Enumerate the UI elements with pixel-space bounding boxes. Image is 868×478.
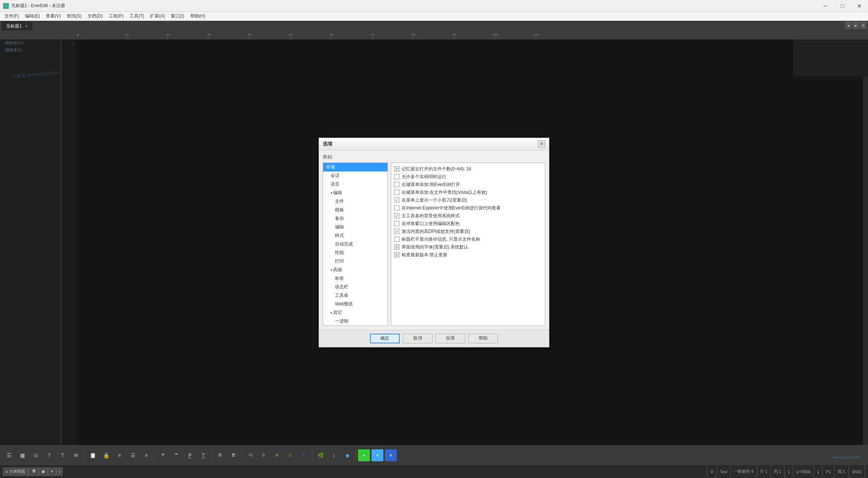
option-context-open[interactable]: 右键菜单添加:用EverEdit打开 — [394, 181, 542, 189]
ruler: ▼ 10 20 30 40 50 60 70 80 90 100 110 — [0, 31, 868, 39]
toolbar-blue-btn[interactable]: ◆ — [341, 449, 353, 461]
tab-untitled1[interactable]: 无标题1 ✕ — [1, 22, 33, 31]
zoom-button[interactable]: 🔎 — [28, 468, 39, 476]
checkbox-context-search[interactable] — [394, 190, 399, 195]
toolbar-e-btn[interactable]: E — [284, 449, 296, 461]
menu-file[interactable]: 文件(F) — [1, 12, 22, 20]
cat-item-edit-group[interactable]: ▾编辑 — [323, 189, 387, 197]
cat-item-language[interactable]: 语言 — [323, 180, 387, 189]
checkbox-no-path[interactable] — [394, 237, 399, 242]
toolbar-lock-btn[interactable]: 🔒 — [100, 449, 112, 461]
toolbar-tline-btn[interactable]: T̲ — [197, 449, 209, 461]
tab-scroll-left[interactable]: ◂ — [845, 22, 852, 29]
cat-item-tags[interactable]: 标签 — [323, 274, 387, 283]
cat-item-advanced-group[interactable]: ▾高级 — [323, 266, 387, 274]
toolbar-align-left-btn[interactable]: ≡ — [114, 449, 125, 461]
toolbar-chat-btn[interactable]: ✉ — [70, 449, 82, 461]
status-ansi: ANSI — [852, 469, 862, 474]
option-label-hidpi: 激活内置的高DPI缩放支持(需重启) — [402, 228, 470, 235]
cat-item-editing[interactable]: 编辑 — [323, 223, 387, 231]
dialog-ok-button[interactable]: 确定 — [370, 334, 400, 343]
toolbar-quote-close-btn[interactable]: ❞ — [170, 449, 182, 461]
option-no-path[interactable]: 标题栏不显示路径信息, 只显示文件名称 — [394, 235, 542, 243]
tab-close-icon[interactable]: ✕ — [25, 24, 28, 28]
tab-menu[interactable]: ✕ — [860, 22, 867, 29]
cat-item-file[interactable]: 文件 — [323, 197, 387, 206]
maximize-button[interactable]: □ — [834, 0, 851, 12]
toolbar-align-right-btn[interactable]: ≡ — [140, 449, 152, 461]
checkbox-scissors[interactable] — [394, 198, 399, 203]
dialog-cancel-button[interactable]: 取消 — [403, 334, 433, 343]
toolbar-a-btn[interactable]: A — [271, 449, 283, 461]
toolbar-circle-btn[interactable]: ⊙ — [30, 449, 42, 461]
checkbox-ie-source[interactable] — [394, 205, 399, 211]
cat-item-binary[interactable]: 一进制 — [323, 317, 387, 325]
toolbar-question-btn[interactable]: ? — [43, 449, 55, 461]
toolbar-chart-btn[interactable]: ▦ — [16, 449, 28, 461]
checkbox-toolbar-system[interactable] — [394, 213, 399, 218]
menu-doc[interactable]: 文档(D) — [84, 12, 106, 20]
toolbar-arrow-btn[interactable]: ↕ — [328, 449, 340, 461]
view-grid-button[interactable]: ▣ — [39, 468, 48, 476]
option-toolbar-system[interactable]: 主工具条的背景使用系统样式 — [394, 212, 542, 220]
toolbar-quote-open-btn[interactable]: ❝ — [157, 449, 169, 461]
minimize-button[interactable]: ─ — [817, 0, 834, 12]
checkbox-multi-instance[interactable] — [394, 174, 399, 179]
option-hidpi[interactable]: 激活内置的高DPI缩放支持(需重启) — [394, 228, 542, 235]
view-t-button[interactable]: t — [56, 468, 63, 476]
cat-item-general[interactable]: 常规 — [323, 163, 387, 171]
menu-edit[interactable]: 编辑(E) — [22, 12, 43, 20]
option-dock-color[interactable]: 在停靠窗口上使用编辑区配色 — [394, 220, 542, 228]
option-ie-source[interactable]: 在Internet Explorer中使用EverEdit进行源代码查看 — [394, 204, 542, 212]
cat-item-performance[interactable]: 性能 — [323, 248, 387, 257]
toolbar-x2-btn[interactable]: × — [385, 449, 397, 461]
app-icon — [3, 3, 9, 9]
menu-window[interactable]: 窗口(I) — [168, 12, 187, 20]
checkbox-context-open[interactable] — [394, 182, 399, 187]
cat-item-toolbar[interactable]: 工具条 — [323, 291, 387, 300]
toolbar-f-btn[interactable]: F — [298, 449, 310, 461]
cat-item-print[interactable]: 打印 — [323, 257, 387, 266]
dialog-close-button[interactable]: ✕ — [538, 140, 545, 148]
menu-view[interactable]: 查看(V) — [43, 12, 64, 20]
cat-item-statusbar[interactable]: 状态栏 — [323, 283, 387, 291]
close-button[interactable]: ✕ — [851, 0, 868, 12]
cat-item-template[interactable]: 模板 — [323, 206, 387, 214]
view-x-button[interactable]: ✕ — [48, 468, 56, 476]
toolbar-sep-3 — [211, 450, 212, 461]
option-context-search[interactable]: 右键菜单添加:在文件中查找(Vista以上有效) — [394, 189, 542, 196]
cat-item-style[interactable]: 样式 — [323, 231, 387, 240]
checkbox-hidpi[interactable] — [394, 229, 399, 234]
toolbar-s2-btn[interactable]: S — [258, 449, 269, 461]
toolbar-traditional-btn[interactable]: 繁 — [227, 449, 239, 461]
menu-extend[interactable]: 扩展(A) — [147, 12, 168, 20]
tab-scroll-right[interactable]: ▸ — [852, 22, 859, 29]
option-multi-instance[interactable]: 允许多个实例同时运行 — [394, 173, 542, 181]
toolbar-clipboard-btn[interactable]: 📋 — [87, 449, 99, 461]
toolbar-x1-btn[interactable]: × — [371, 449, 383, 461]
toolbar-text-btn[interactable]: T — [57, 449, 68, 461]
dialog-apply-button[interactable]: 应用 — [435, 334, 465, 343]
dialog-help-button[interactable]: 帮助 — [468, 334, 498, 343]
toolbar-plus-btn[interactable]: + — [358, 449, 370, 461]
outline-view-button[interactable]: ≡ 大纲视图 — [3, 468, 28, 476]
cat-item-autocomplete[interactable]: 自动完成 — [323, 240, 387, 248]
checkbox-dock-color[interactable] — [394, 221, 399, 226]
menu-project[interactable]: 工程(P) — [106, 12, 127, 20]
cat-item-other-group[interactable]: ▾其它 — [323, 308, 387, 317]
cat-item-backup[interactable]: 备份 — [323, 214, 387, 223]
options-dialog: 选项 ✕ 类别: 常规 会话 语言 ▾编辑 文件 模板 — [319, 138, 549, 347]
toolbar-green-btn[interactable]: 🌿 — [315, 449, 326, 461]
menu-help[interactable]: 帮助(H) — [187, 12, 208, 20]
toolbar-list-btn[interactable]: ☰ — [3, 449, 15, 461]
cat-item-session[interactable]: 会话 — [323, 171, 387, 180]
menu-tools[interactable]: 工具(T) — [127, 12, 147, 20]
toolbar-simplified-btn[interactable]: 简 — [214, 449, 226, 461]
toolbar-s1-btn[interactable]: ~S — [244, 449, 256, 461]
option-scissors[interactable]: 在菜单上显示一个小剪刀(需重启) — [394, 196, 542, 204]
toolbar-align-center-btn[interactable]: ☰ — [127, 449, 139, 461]
menu-search[interactable]: 查找(S) — [64, 12, 84, 20]
toolbar-para-btn[interactable]: P̲ — [184, 449, 196, 461]
cat-item-webpreview[interactable]: Web预览 — [323, 300, 387, 308]
option-label-no-path: 标题栏不显示路径信息, 只显示文件名称 — [402, 236, 480, 243]
